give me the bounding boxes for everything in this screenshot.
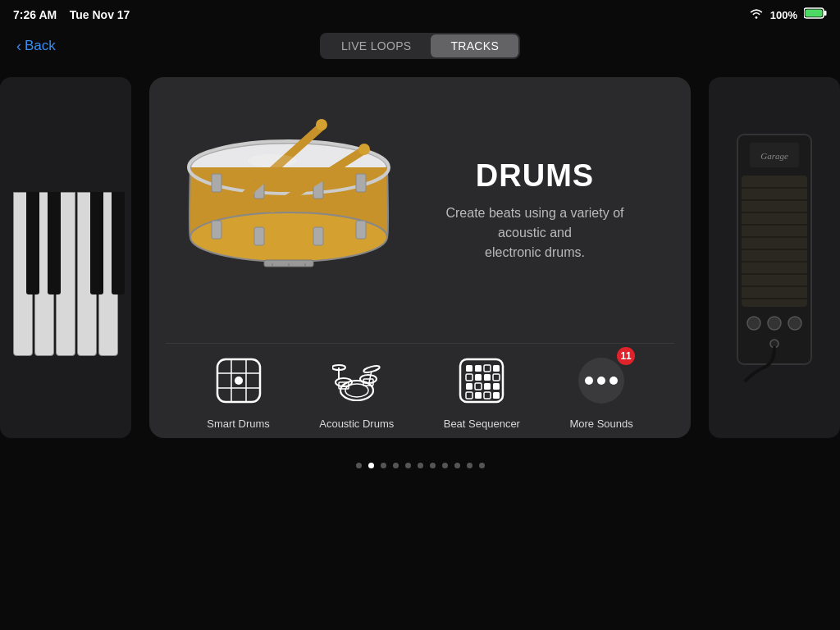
acoustic-drums-icon <box>328 352 386 409</box>
back-label: Back <box>25 38 56 54</box>
wifi-icon <box>749 7 764 22</box>
battery-icon <box>804 7 827 22</box>
page-dots <box>0 463 840 468</box>
svg-rect-43 <box>493 365 500 372</box>
amp-svg: Garage <box>729 126 819 389</box>
svg-point-74 <box>747 317 760 330</box>
page-dot-10[interactable] <box>479 463 485 468</box>
beat-sequencer-option[interactable]: Beat Sequencer <box>444 352 520 430</box>
svg-point-58 <box>597 377 605 385</box>
svg-rect-2 <box>806 10 823 17</box>
drums-card[interactable]: DRUMS Create beats using a variety of ac… <box>149 77 691 438</box>
acoustic-drums-label: Acoustic Drums <box>319 418 394 430</box>
svg-point-22 <box>248 154 297 167</box>
page-dot-2[interactable] <box>381 463 386 468</box>
page-dot-1[interactable] <box>368 463 374 468</box>
white-key[interactable] <box>13 192 33 356</box>
svg-rect-50 <box>484 383 491 390</box>
tracks-tab[interactable]: TRACKS <box>431 34 518 57</box>
svg-text:Garage: Garage <box>760 151 788 161</box>
svg-rect-11 <box>254 227 264 245</box>
page-dot-5[interactable] <box>418 463 423 468</box>
page-dot-9[interactable] <box>467 463 472 468</box>
svg-rect-13 <box>356 221 366 239</box>
svg-rect-61 <box>742 176 807 307</box>
svg-point-21 <box>358 144 370 155</box>
white-key[interactable] <box>98 192 118 356</box>
battery-percent: 100% <box>770 9 797 21</box>
status-time: 7:26 AM <box>13 8 57 21</box>
card-bottom-instruments: Smart Drums <box>149 344 691 438</box>
svg-point-19 <box>316 119 327 130</box>
svg-rect-48 <box>466 383 472 390</box>
card-title: DRUMS <box>420 158 650 194</box>
svg-point-76 <box>788 317 801 330</box>
beat-sequencer-icon <box>453 352 510 409</box>
status-bar: 7:26 AM Tue Nov 17 100% <box>0 0 840 30</box>
status-time-date: 7:26 AM Tue Nov 17 <box>13 8 130 21</box>
svg-rect-52 <box>466 392 472 399</box>
card-description: Create beats using a variety of acoustic… <box>420 203 650 262</box>
page-dot-0[interactable] <box>356 463 362 468</box>
svg-rect-53 <box>475 392 482 399</box>
snare-drum-svg <box>174 102 404 315</box>
svg-rect-41 <box>475 365 482 372</box>
page-dot-7[interactable] <box>442 463 448 468</box>
piano-card[interactable] <box>0 77 131 438</box>
status-right: 100% <box>749 7 827 22</box>
more-sounds-label: More Sounds <box>569 418 632 430</box>
svg-rect-55 <box>493 392 500 399</box>
white-key[interactable] <box>34 192 54 356</box>
segment-control: LIVE LOOPS TRACKS <box>320 33 520 59</box>
page-dot-8[interactable] <box>454 463 460 468</box>
svg-rect-42 <box>484 365 491 372</box>
svg-point-75 <box>768 317 781 330</box>
status-date: Tue Nov 17 <box>70 8 130 21</box>
svg-point-57 <box>585 377 593 385</box>
svg-rect-44 <box>466 374 472 381</box>
svg-rect-10 <box>212 221 221 239</box>
more-sounds-option[interactable]: 11 More Sounds <box>569 352 632 430</box>
svg-point-59 <box>609 377 618 385</box>
page-dot-6[interactable] <box>430 463 436 468</box>
drum-image <box>174 102 404 318</box>
svg-rect-47 <box>493 374 500 381</box>
svg-rect-6 <box>212 174 221 192</box>
svg-rect-45 <box>475 374 482 381</box>
acoustic-drums-option[interactable]: Acoustic Drums <box>319 352 394 430</box>
svg-rect-51 <box>493 383 500 390</box>
svg-rect-1 <box>824 11 827 16</box>
beat-sequencer-label: Beat Sequencer <box>444 418 520 430</box>
top-nav: ‹ Back LIVE LOOPS TRACKS <box>0 30 840 69</box>
svg-rect-49 <box>475 383 482 390</box>
card-text-area: DRUMS Create beats using a variety of ac… <box>404 158 650 262</box>
smart-drums-icon <box>210 352 267 409</box>
page-dot-4[interactable] <box>405 463 411 468</box>
svg-rect-40 <box>466 365 472 372</box>
card-top-area: DRUMS Create beats using a variety of ac… <box>149 77 691 343</box>
svg-rect-9 <box>356 174 366 192</box>
svg-rect-54 <box>484 392 491 399</box>
page-dot-3[interactable] <box>393 463 399 468</box>
white-key[interactable] <box>77 192 97 356</box>
smart-drums-label: Smart Drums <box>207 418 270 430</box>
cards-area: DRUMS Create beats using a variety of ac… <box>0 69 840 446</box>
more-sounds-badge: 11 <box>617 347 635 365</box>
back-chevron-icon: ‹ <box>16 38 21 55</box>
white-key[interactable] <box>56 192 75 356</box>
svg-rect-46 <box>484 374 491 381</box>
svg-point-28 <box>235 377 243 385</box>
back-button[interactable]: ‹ Back <box>16 38 56 55</box>
more-sounds-icon-wrapper: 11 <box>573 352 630 409</box>
live-loops-tab[interactable]: LIVE LOOPS <box>322 34 431 57</box>
amp-card[interactable]: Garage <box>709 77 840 438</box>
svg-rect-12 <box>313 227 323 245</box>
smart-drums-option[interactable]: Smart Drums <box>207 352 270 430</box>
